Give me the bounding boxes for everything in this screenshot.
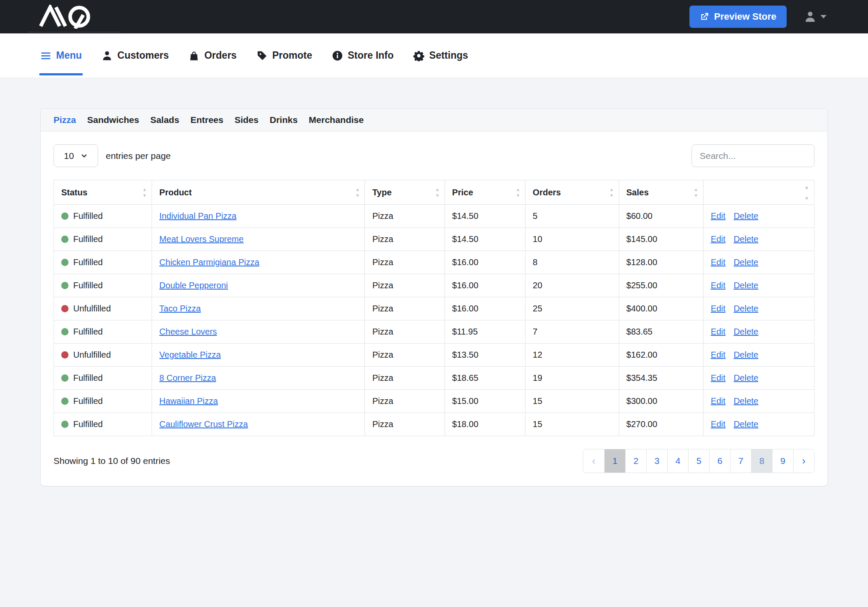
nav-item-label: Customers — [117, 50, 169, 61]
product-cell: Chicken Parmigiana Pizza — [152, 251, 365, 274]
table-row: Unfulfilled Taco Pizza Pizza $16.00 25 $… — [54, 297, 814, 320]
product-cell: Cheese Lovers — [152, 320, 365, 344]
tab-entrees[interactable]: Entrees — [191, 115, 224, 125]
product-link[interactable]: Hawaiian Pizza — [159, 396, 218, 406]
tab-salads[interactable]: Salads — [150, 115, 179, 125]
price-cell: $14.50 — [444, 228, 525, 251]
tab-sandwiches[interactable]: Sandwiches — [87, 115, 139, 125]
preview-store-button[interactable]: Preview Store — [689, 6, 787, 28]
product-link[interactable]: Meat Lovers Supreme — [159, 234, 244, 244]
product-cell: Cauliflower Crust Pizza — [152, 413, 365, 436]
edit-link[interactable]: Edit — [711, 211, 725, 221]
sort-icon[interactable]: ▲▼ — [694, 187, 698, 198]
column-header-price[interactable]: Price ▲▼ — [444, 180, 525, 205]
status-dot-icon — [61, 236, 69, 243]
product-link[interactable]: Taco Pizza — [159, 304, 201, 313]
type-cell: Pizza — [365, 390, 444, 413]
nav-item-settings[interactable]: Settings — [413, 33, 468, 78]
delete-link[interactable]: Delete — [734, 350, 758, 359]
delete-link[interactable]: Delete — [734, 281, 758, 290]
pagination-page-1[interactable]: 1 — [604, 449, 625, 472]
sales-cell: $145.00 — [619, 228, 703, 251]
tab-sides[interactable]: Sides — [235, 115, 259, 125]
product-link[interactable]: Vegetable Pizza — [159, 350, 221, 359]
user-menu-button[interactable] — [804, 10, 826, 23]
delete-link[interactable]: Delete — [734, 419, 758, 429]
pagination-page-4[interactable]: 4 — [667, 449, 688, 472]
orders-cell: 19 — [525, 367, 619, 390]
orders-cell: 15 — [525, 390, 619, 413]
nav-item-promote[interactable]: Promote — [257, 33, 312, 78]
sales-cell: $60.00 — [619, 205, 703, 228]
delete-link[interactable]: Delete — [734, 327, 758, 336]
tab-drinks[interactable]: Drinks — [270, 115, 298, 125]
brand-logo[interactable] — [39, 5, 93, 29]
product-link[interactable]: Individual Pan Pizza — [159, 211, 236, 221]
column-header-type[interactable]: Type ▲▼ — [365, 180, 444, 205]
edit-link[interactable]: Edit — [711, 304, 725, 313]
table-controls: 10 entries per page — [54, 144, 814, 167]
pagination-page-6[interactable]: 6 — [709, 449, 730, 472]
status-cell: Fulfilled — [54, 228, 152, 251]
delete-link[interactable]: Delete — [734, 234, 758, 244]
actions-cell: EditDelete — [703, 320, 814, 344]
column-header-status[interactable]: Status ▲▼ — [54, 180, 152, 205]
edit-link[interactable]: Edit — [711, 350, 725, 359]
sort-icon[interactable]: ▲▼ — [142, 187, 147, 198]
delete-link[interactable]: Delete — [734, 257, 758, 267]
edit-link[interactable]: Edit — [711, 327, 725, 336]
product-link[interactable]: Cauliflower Crust Pizza — [159, 419, 248, 429]
edit-link[interactable]: Edit — [711, 234, 725, 244]
brand-logo-icon — [39, 5, 93, 29]
nav-item-customers[interactable]: Customers — [101, 33, 169, 78]
product-link[interactable]: Chicken Parmigiana Pizza — [159, 257, 259, 267]
pagination-page-9[interactable]: 9 — [772, 449, 793, 472]
status-cell: Fulfilled — [54, 390, 152, 413]
product-link[interactable]: Cheese Lovers — [159, 327, 217, 336]
edit-link[interactable]: Edit — [711, 257, 725, 267]
sort-icon[interactable]: ▲▼ — [435, 187, 440, 198]
status-dot-icon — [61, 328, 69, 335]
table-row: Unfulfilled Vegetable Pizza Pizza $13.50… — [54, 344, 814, 367]
column-header-product[interactable]: Product ▲▼ — [152, 180, 365, 205]
main-navbar: Menu Customers Orders Promote Store Info… — [0, 33, 868, 78]
nav-item-orders[interactable]: Orders — [188, 33, 236, 78]
product-link[interactable]: Double Pepperoni — [159, 281, 228, 290]
edit-link[interactable]: Edit — [711, 373, 725, 383]
pagination-page-3[interactable]: 3 — [646, 449, 667, 472]
tag-icon — [257, 50, 268, 61]
sort-icon[interactable]: ▲▼ — [609, 187, 614, 198]
column-header-orders[interactable]: Orders ▲▼ — [525, 180, 619, 205]
delete-link[interactable]: Delete — [734, 304, 758, 313]
nav-item-menu[interactable]: Menu — [40, 33, 82, 78]
column-header-sales[interactable]: Sales ▲▼ — [619, 180, 703, 205]
products-table: Status ▲▼ Product ▲▼ Type ▲▼ Price ▲▼ Or… — [54, 180, 814, 436]
sales-cell: $300.00 — [619, 390, 703, 413]
edit-link[interactable]: Edit — [711, 419, 725, 429]
price-cell: $11.95 — [444, 320, 525, 344]
search-input[interactable] — [692, 144, 814, 167]
tab-merchandise[interactable]: Merchandise — [309, 115, 364, 125]
sort-icon[interactable]: ▲▼ — [355, 187, 360, 198]
product-link[interactable]: 8 Corner Pizza — [159, 373, 216, 383]
pagination-page-2[interactable]: 2 — [625, 449, 646, 472]
pagination-page-7[interactable]: 7 — [730, 449, 751, 472]
price-cell: $15.00 — [444, 390, 525, 413]
pagination-page-8[interactable]: 8 — [751, 449, 772, 472]
tab-pizza[interactable]: Pizza — [54, 115, 76, 125]
pagination-prev[interactable]: ‹ — [583, 449, 604, 472]
delete-link[interactable]: Delete — [734, 211, 758, 221]
entries-per-page-select[interactable]: 10 — [54, 144, 98, 167]
nav-item-label: Orders — [204, 50, 236, 61]
table-row: Fulfilled 8 Corner Pizza Pizza $18.65 19… — [54, 367, 814, 390]
sort-icon[interactable]: ▲▼ — [516, 187, 520, 198]
nav-item-store-info[interactable]: Store Info — [332, 33, 394, 78]
chevron-down-icon — [81, 152, 88, 159]
edit-link[interactable]: Edit — [711, 281, 725, 290]
pagination-page-5[interactable]: 5 — [688, 449, 709, 472]
delete-link[interactable]: Delete — [734, 396, 758, 406]
pagination-next[interactable]: › — [793, 449, 814, 472]
column-header-actions[interactable]: ▼▲ — [703, 180, 814, 205]
delete-link[interactable]: Delete — [734, 373, 758, 383]
edit-link[interactable]: Edit — [711, 396, 725, 406]
